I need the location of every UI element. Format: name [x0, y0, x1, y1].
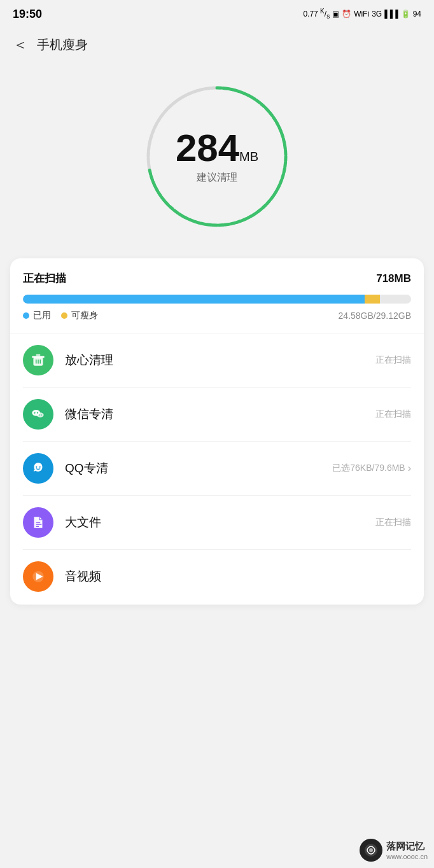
item-name-safe-clean: 放心清理 [65, 352, 375, 368]
svg-line-28 [261, 104, 264, 106]
svg-line-4 [150, 141, 150, 144]
svg-line-22 [229, 89, 233, 90]
qq-icon [30, 460, 46, 477]
svg-line-43 [277, 186, 279, 190]
svg-line-67 [158, 192, 161, 196]
svg-point-82 [39, 414, 40, 416]
svg-rect-74 [36, 354, 41, 356]
svg-line-51 [242, 219, 246, 221]
svg-line-18 [205, 88, 209, 89]
watermark-text-container: 落网记忆 www.oooc.cn [386, 841, 428, 860]
list-item-safe-clean[interactable]: 放心清理 正在扫描 [23, 333, 411, 388]
item-name-qq: QQ专清 [65, 460, 332, 477]
svg-line-64 [170, 206, 173, 209]
svg-line-34 [281, 133, 283, 137]
svg-point-85 [39, 466, 41, 468]
svg-line-26 [251, 97, 255, 99]
svg-line-25 [246, 94, 250, 96]
battery-icon: 🔋 [401, 10, 410, 18]
svg-line-59 [195, 221, 199, 223]
svg-line-41 [282, 174, 283, 178]
svg-line-17 [199, 89, 203, 90]
watermark-icon [363, 843, 379, 858]
svg-line-54 [225, 224, 229, 225]
item-name-large-file: 大文件 [65, 514, 375, 531]
chevron-right-icon: › [408, 463, 411, 474]
svg-line-29 [265, 108, 269, 111]
svg-line-48 [258, 209, 261, 212]
svg-line-58 [201, 223, 205, 224]
item-status-qq: 已选76KB/79.6MB [332, 463, 405, 474]
svg-line-14 [183, 95, 186, 97]
svg-line-71 [150, 171, 151, 174]
svg-point-81 [37, 412, 44, 417]
svg-line-15 [188, 93, 192, 95]
svg-line-63 [174, 211, 178, 213]
svg-line-11 [169, 105, 172, 108]
item-name-wechat: 微信专清 [65, 406, 375, 423]
svg-line-0 [149, 164, 150, 169]
svg-line-3 [148, 146, 149, 151]
svg-line-36 [284, 144, 285, 149]
svg-rect-88 [36, 526, 39, 527]
svg-line-23 [235, 90, 239, 92]
trash-icon [30, 352, 46, 368]
svg-line-5 [151, 135, 152, 139]
gauge-value: 284MB [176, 129, 258, 167]
svg-line-35 [283, 139, 284, 143]
scan-title: 正在扫描 [23, 271, 66, 286]
list-item-qq[interactable]: QQ专清 已选76KB/79.6MB › [23, 442, 411, 496]
svg-line-40 [284, 169, 284, 172]
svg-line-68 [155, 187, 157, 191]
legend-slim: 可瘦身 [61, 310, 98, 321]
alarm-icon: ⏰ [342, 10, 351, 18]
svg-line-27 [256, 101, 260, 103]
icon-wechat [23, 399, 53, 430]
svg-line-46 [267, 200, 269, 204]
svg-line-66 [162, 197, 164, 200]
watermark: 落网记忆 www.oooc.cn [360, 839, 428, 862]
svg-line-13 [178, 98, 181, 101]
svg-line-70 [151, 176, 152, 180]
svg-line-45 [271, 196, 274, 199]
status-icons: 0.77 K/s ▣ ⏰ WiFi 3G▐▐▐ 🔋 94 [303, 8, 421, 20]
svg-line-16 [193, 90, 197, 92]
progress-legend: 已用 可瘦身 24.58GB/29.12GB [23, 310, 411, 321]
svg-point-92 [369, 848, 373, 852]
list-item-large-file[interactable]: 大文件 正在扫描 [23, 496, 411, 550]
status-time: 19:50 [13, 8, 42, 21]
list-item-wechat[interactable]: 微信专清 正在扫描 [23, 388, 411, 442]
svg-line-10 [164, 109, 167, 113]
svg-point-79 [34, 412, 36, 414]
icon-large-file [23, 507, 53, 538]
dot-yellow [61, 312, 67, 319]
scan-header: 正在扫描 718MB [23, 271, 411, 286]
item-status-large-file: 正在扫描 [375, 517, 411, 528]
gauge-center: 284MB 建议清理 [176, 129, 258, 185]
svg-line-53 [231, 223, 235, 224]
page-header: ＜ 手机瘦身 [0, 28, 434, 61]
svg-line-47 [263, 205, 266, 208]
signal-icon: 3G▐▐▐ [372, 10, 398, 18]
phone-icon: ▣ [332, 10, 339, 18]
list-item-media[interactable]: 音视频 [23, 550, 411, 605]
svg-line-50 [248, 216, 251, 218]
dot-blue [23, 312, 29, 319]
svg-line-57 [207, 225, 211, 225]
svg-line-6 [153, 129, 154, 133]
wechat-icon [30, 406, 46, 423]
svg-line-30 [270, 113, 272, 116]
svg-line-7 [155, 123, 157, 127]
gauge-wrapper: 284MB 建议清理 [141, 80, 293, 233]
icon-media [23, 561, 53, 592]
svg-line-8 [157, 118, 159, 122]
back-button[interactable]: ＜ [13, 34, 28, 55]
svg-line-61 [184, 217, 188, 219]
progress-blue [23, 295, 365, 304]
svg-line-44 [274, 191, 276, 195]
svg-rect-87 [36, 524, 42, 525]
svg-line-69 [153, 182, 155, 186]
gauge-section: 284MB 建议清理 [0, 61, 434, 258]
svg-line-32 [277, 122, 279, 126]
svg-line-39 [285, 162, 286, 167]
